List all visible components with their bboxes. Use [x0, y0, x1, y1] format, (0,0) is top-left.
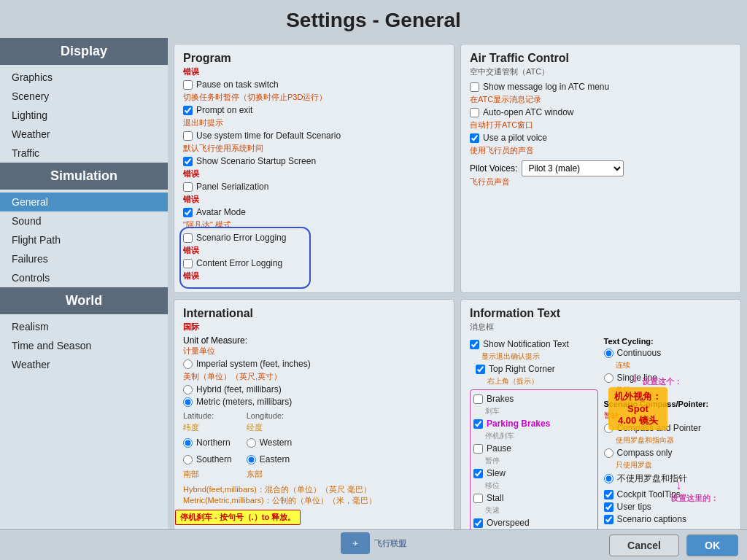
- prompt-label: Prompt on exit: [196, 105, 252, 115]
- prompt-checkbox[interactable]: [183, 106, 193, 115]
- watermark: ✈ 飞行联盟: [341, 532, 406, 554]
- atc-subtitle: 空中交通管制（ATC）: [470, 66, 732, 77]
- panel-serial-checkbox[interactable]: [183, 182, 193, 192]
- auto-open-checkbox[interactable]: [470, 108, 479, 117]
- lon-label: Longitude:: [247, 411, 292, 420]
- show-notif-label: Show Notification Text: [483, 339, 569, 349]
- cockpit-tips-label: Cockpit ToolTips: [617, 489, 681, 499]
- user-tips-label: User tips: [617, 502, 651, 512]
- sidebar-item-flight-path[interactable]: Flight Path: [0, 230, 168, 249]
- program-red4: 错误: [183, 245, 445, 256]
- scenario-captions-checkbox[interactable]: [604, 515, 614, 524]
- no-compass-radio[interactable]: [604, 474, 614, 483]
- show-notif-checkbox[interactable]: [470, 340, 479, 349]
- intl-subtitle: 国际: [183, 322, 445, 332]
- imperial-radio[interactable]: [183, 359, 193, 369]
- sidebar-simulation-header: Simulation: [0, 163, 168, 190]
- cn-continuous: 连续: [616, 360, 732, 370]
- info-text-panel: Information Text 消息框 Show Notification T…: [460, 299, 741, 548]
- eastern-label: Eastern: [260, 454, 290, 464]
- northern-radio[interactable]: [183, 438, 193, 448]
- metric-label: Metric (meters, millibars): [196, 397, 292, 407]
- pilot-voices-label: Pilot Voices:: [470, 163, 517, 174]
- sidebar-item-time-season[interactable]: Time and Season: [0, 336, 168, 355]
- pause-info-checkbox[interactable]: [473, 444, 483, 454]
- content-err-row: Content Error Logging: [183, 258, 445, 268]
- auto-open-label: Auto-open ATC window: [483, 107, 574, 117]
- cn-avatar: "阿凡达" 模式: [183, 219, 445, 230]
- brakes-checkbox[interactable]: [473, 394, 483, 404]
- continuous-radio[interactable]: [604, 349, 614, 358]
- program-red5: 错误: [183, 271, 445, 281]
- metric-row: Metric (meters, millibars): [183, 397, 445, 407]
- watermark-logo: ✈: [341, 532, 370, 554]
- southern-radio[interactable]: [183, 455, 193, 464]
- sidebar-item-failures[interactable]: Failures: [0, 249, 168, 268]
- bottom-bar: Cancel OK ✈ 飞行联盟: [0, 529, 747, 560]
- panel-serial-label: Panel Serialization: [196, 182, 268, 192]
- sidebar-item-controls[interactable]: Controls: [0, 268, 168, 287]
- show-log-checkbox[interactable]: [470, 82, 479, 92]
- intl-title: International: [183, 307, 445, 320]
- cancel-button[interactable]: Cancel: [609, 534, 679, 556]
- sidebar-item-sound[interactable]: Sound: [0, 211, 168, 230]
- avatar-checkbox[interactable]: [183, 208, 193, 217]
- atc-panel: Air Traffic Control 空中交通管制（ATC） Show mes…: [460, 44, 741, 293]
- startup-row: Show Scenario Startup Screen: [183, 156, 445, 166]
- pilot-voice-row: Use a pilot voice: [470, 133, 732, 143]
- hybrid-radio[interactable]: [183, 385, 193, 394]
- sidebar-item-realism[interactable]: Realism: [0, 317, 168, 336]
- show-log-label: Show message log in ATC menu: [483, 82, 609, 92]
- top-right-checkbox[interactable]: [476, 365, 485, 374]
- sidebar-item-scenery[interactable]: Scenery: [0, 87, 168, 106]
- sidebar-item-lighting[interactable]: Lighting: [0, 106, 168, 125]
- sidebar-item-weather-world[interactable]: Weather: [0, 355, 168, 374]
- continuous-label: Continuous: [617, 348, 662, 358]
- user-tips-checkbox[interactable]: [604, 502, 614, 512]
- hybrid-row: Hybrid (feet, millibars): [183, 384, 445, 394]
- text-cycling-label: Text Cycling:: [604, 337, 732, 346]
- pilot-voice-checkbox[interactable]: [470, 133, 479, 143]
- single-line-radio[interactable]: [604, 373, 614, 383]
- auto-open-row: Auto-open ATC window: [470, 107, 732, 117]
- sidebar-world-header: World: [0, 287, 168, 314]
- avatar-label: Avatar Mode: [196, 207, 246, 217]
- cn-top-right: 右上角（提示）: [487, 376, 598, 386]
- program-title: Program: [183, 52, 445, 65]
- single-line-label: Single line: [617, 373, 657, 383]
- eastern-radio[interactable]: [247, 455, 256, 464]
- cockpit-tips-checkbox[interactable]: [604, 490, 614, 499]
- content-err-checkbox[interactable]: [183, 259, 193, 268]
- avatar-row: Avatar Mode: [183, 207, 445, 217]
- spot-annotation: 机外视角：Spot4.00 镜头: [608, 387, 667, 430]
- pilot-voices-select[interactable]: Pilot 3 (male): [522, 160, 624, 176]
- ok-button[interactable]: OK: [686, 534, 738, 556]
- scenario-err-checkbox[interactable]: [183, 233, 193, 243]
- western-radio[interactable]: [247, 438, 256, 448]
- stall-checkbox[interactable]: [473, 494, 483, 503]
- parking-brakes-checkbox[interactable]: [473, 419, 483, 429]
- sidebar-item-traffic[interactable]: Traffic: [0, 144, 168, 163]
- metric-radio[interactable]: [183, 397, 193, 407]
- overspeed-checkbox[interactable]: [473, 518, 483, 528]
- brakes-label: Brakes: [487, 394, 514, 404]
- cn-slew: 移位: [485, 481, 595, 491]
- slew-checkbox[interactable]: [473, 469, 483, 478]
- scenario-captions-label: Scenario captions: [617, 514, 686, 524]
- panel-serial-row: Panel Serialization: [183, 182, 445, 192]
- sidebar-item-general[interactable]: General: [0, 192, 168, 211]
- system-time-checkbox[interactable]: [183, 131, 193, 141]
- sidebar-item-graphics[interactable]: Graphics: [0, 68, 168, 87]
- startup-checkbox[interactable]: [183, 157, 193, 166]
- pause-checkbox[interactable]: [183, 80, 193, 90]
- compass-only-radio[interactable]: [604, 448, 614, 458]
- cn-notif: 显示退出确认提示: [481, 351, 598, 362]
- hybrid-detail: Hybnd(feet,millibars)：混合的（单位）（英尺 毫巴）: [183, 484, 445, 495]
- sidebar-item-weather-display[interactable]: Weather: [0, 125, 168, 144]
- content-err-label: Content Error Logging: [196, 258, 282, 268]
- top-right-label: Top Right Corner: [489, 364, 555, 374]
- program-panel: Program 错误 Pause on task switch 切换任务时暂停（…: [174, 44, 454, 293]
- cn-unit: 计量单位: [183, 346, 445, 357]
- cn-southern: 南部: [183, 469, 232, 480]
- slew-label: Slew: [487, 468, 506, 478]
